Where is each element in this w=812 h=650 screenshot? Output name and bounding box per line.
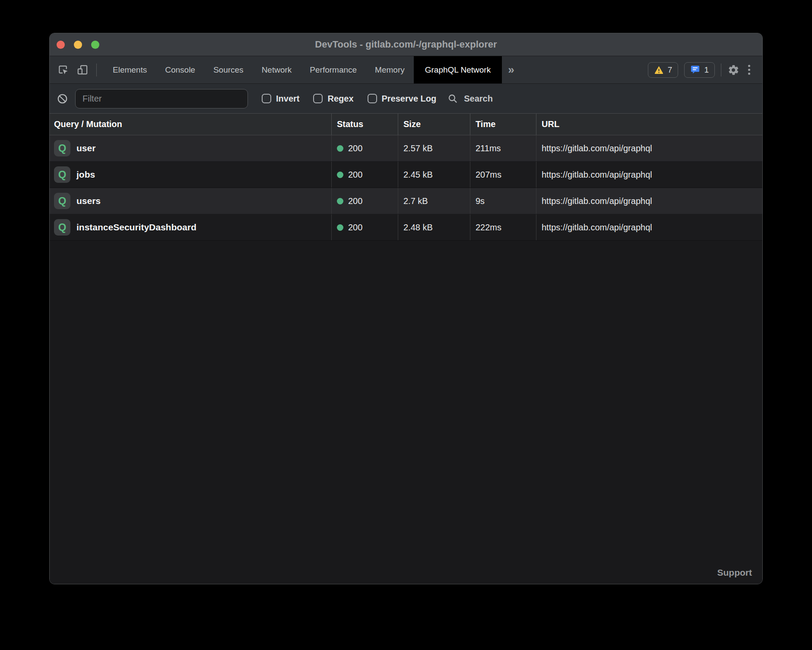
tab-network[interactable]: Network [253,56,301,83]
url-cell: https://gitlab.com/api/graphql [536,162,762,188]
query-name: instanceSecurityDashboard [76,222,197,233]
table-row[interactable]: Q user 200 2.57 kB 211ms https://gitlab.… [50,135,762,162]
issues-badge[interactable]: 1 [684,62,715,78]
status-cell: 200 [331,135,398,161]
query-cell: Q user [50,135,331,161]
status-value: 200 [348,196,362,206]
query-cell: Q instanceSecurityDashboard [50,214,331,240]
devtools-window: DevTools - gitlab.com/-/graphql-explorer… [49,33,763,584]
maximize-window-button[interactable] [91,41,99,49]
preserve-log-checkbox[interactable] [368,94,377,103]
status-value: 200 [348,143,362,153]
tab-graphql-network[interactable]: GraphQL Network [414,56,502,83]
invert-checkbox[interactable] [262,94,271,103]
status-value: 200 [348,170,362,180]
table-row[interactable]: Q users 200 2.7 kB 9s https://gitlab.com… [50,188,762,214]
issues-count: 1 [704,65,709,75]
search-label: Search [464,94,493,104]
warnings-badge[interactable]: 7 [648,62,679,78]
query-cell: Q users [50,188,331,214]
query-type-badge: Q [54,140,70,156]
more-options-kebab-icon[interactable] [745,63,753,76]
warning-triangle-icon [654,65,664,75]
status-cell: 200 [331,214,398,240]
table-empty-area: Support [50,241,762,584]
search-control[interactable]: Search [447,93,493,104]
tab-sources[interactable]: Sources [204,56,253,83]
size-cell: 2.57 kB [398,135,470,161]
title-bar: DevTools - gitlab.com/-/graphql-explorer [50,33,762,56]
more-tabs-chevron-icon[interactable]: » [502,56,520,83]
settings-gear-icon[interactable] [727,64,739,76]
toolbar-divider [721,64,721,76]
column-header-query-mutation[interactable]: Query / Mutation [50,114,331,135]
filter-input[interactable] [75,89,248,108]
support-link[interactable]: Support [717,567,752,578]
query-name: user [76,143,95,153]
column-header-status[interactable]: Status [331,114,398,135]
status-cell: 200 [331,188,398,214]
query-name: users [76,196,101,206]
regex-checkbox-group[interactable]: Regex [313,94,353,104]
minimize-window-button[interactable] [74,41,82,49]
preserve-log-label: Preserve Log [382,94,437,104]
tab-elements[interactable]: Elements [104,56,156,83]
column-header-size[interactable]: Size [398,114,470,135]
time-cell: 207ms [470,162,536,188]
table-header: Query / Mutation Status Size Time URL [50,114,762,135]
time-cell: 222ms [470,214,536,240]
time-cell: 211ms [470,135,536,161]
preserve-log-checkbox-group[interactable]: Preserve Log [368,94,437,104]
tab-memory[interactable]: Memory [366,56,414,83]
tab-console[interactable]: Console [156,56,204,83]
regex-checkbox[interactable] [313,94,323,103]
invert-label: Invert [276,94,299,104]
close-window-button[interactable] [57,41,65,49]
size-cell: 2.7 kB [398,188,470,214]
url-cell: https://gitlab.com/api/graphql [536,214,762,240]
size-cell: 2.48 kB [398,214,470,240]
search-icon [447,93,458,104]
invert-checkbox-group[interactable]: Invert [262,94,299,104]
warnings-count: 7 [668,65,672,75]
query-type-badge: Q [54,219,70,236]
column-header-time[interactable]: Time [470,114,536,135]
status-ok-dot-icon [337,145,343,152]
filter-bar: Invert Regex Preserve Log Search [50,84,762,114]
tab-performance[interactable]: Performance [301,56,366,83]
message-bubble-icon [690,65,700,75]
traffic-lights [57,33,99,56]
url-cell: https://gitlab.com/api/graphql [536,188,762,214]
time-cell: 9s [470,188,536,214]
query-type-badge: Q [54,166,70,183]
size-cell: 2.45 kB [398,162,470,188]
table-row[interactable]: Q jobs 200 2.45 kB 207ms https://gitlab.… [50,162,762,188]
regex-label: Regex [327,94,353,104]
clear-log-icon[interactable] [57,93,68,105]
query-name: jobs [76,169,95,180]
inspect-element-icon[interactable] [57,64,69,76]
status-value: 200 [348,223,362,233]
url-cell: https://gitlab.com/api/graphql [536,135,762,161]
status-ok-dot-icon [337,198,343,204]
status-ok-dot-icon [337,224,343,231]
query-cell: Q jobs [50,162,331,188]
toolbar-divider [96,64,97,76]
table-row[interactable]: Q instanceSecurityDashboard 200 2.48 kB … [50,214,762,241]
device-toolbar-icon[interactable] [77,64,89,76]
status-ok-dot-icon [337,172,343,178]
window-title: DevTools - gitlab.com/-/graphql-explorer [315,39,497,50]
query-type-badge: Q [54,193,70,209]
devtools-tab-bar: Elements Console Sources Network Perform… [50,56,762,84]
status-cell: 200 [331,162,398,188]
column-header-url[interactable]: URL [536,114,762,135]
